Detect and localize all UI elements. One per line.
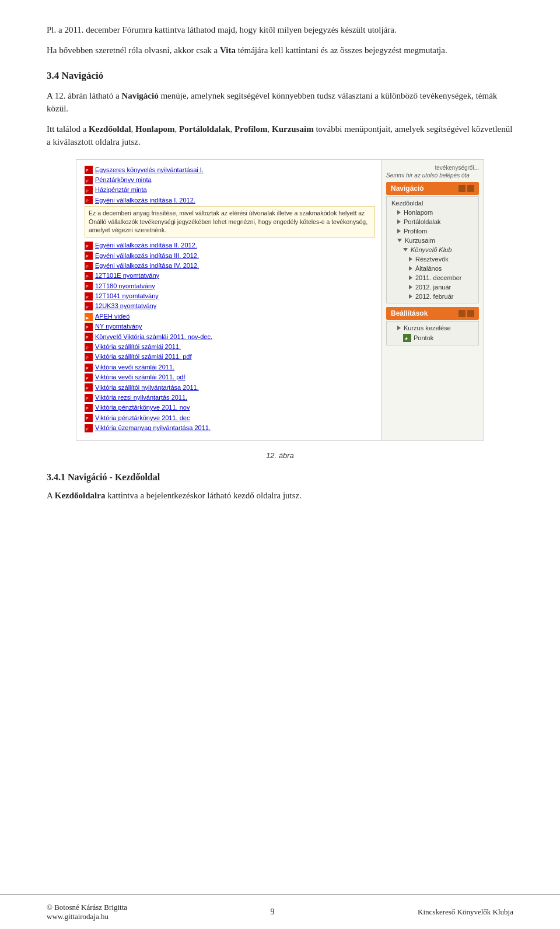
list-item: P12T180 nyomtatvány [85,282,375,291]
paragraph-5: A Kezdőoldalra kattintva a bejelentkezés… [47,489,513,502]
list-item-text: Könyvelő Viktória számlái 2011. nov-dec. [95,333,212,341]
nav-item-label: 2012. február [415,293,453,300]
settings-block-header: Beállítások [386,307,479,320]
svg-text:P: P [86,245,89,249]
list-item: PNY nyomtatvány [85,322,375,331]
pdf-icon: P [85,292,93,301]
list-item-text: Egyéni vállalkozás indítása I. 2012. [95,196,195,205]
list-item: PViktória szállítói számlái 2011. [85,343,375,351]
list-item: PViktória pénztárkönyve 2011. dec [85,414,375,422]
svg-text:P: P [86,386,89,390]
nav-item: 2012. február [387,292,478,301]
list-item-text: Viktória pénztárkönyve 2011. dec [95,414,190,422]
nav-arrow-right-icon [397,229,401,233]
nav-arrow-right-icon [409,257,412,261]
list-item-text: Viktória vevői számlái 2011. pdf [95,373,186,382]
pdf-icon: P [85,272,93,280]
list-item: ▶APEH videó [85,312,375,321]
nav-item-label: Résztvevők [415,256,449,263]
svg-text:P: P [86,356,89,360]
list-item: PViktória vevői számlái 2011. pdf [85,373,375,382]
nav-item-label: Portáloldalak [404,218,441,225]
nav-item: Honlapom [387,208,478,217]
list-item: PViktória szállítói nyilvántartása 2011. [85,383,375,392]
nav-item: Profilom [387,226,478,236]
svg-text:P: P [86,407,89,411]
list-item-text: Pénztárkönyv minta [95,176,152,184]
svg-text:P: P [86,189,89,193]
pdf-icon: P [85,353,93,361]
svg-text:P: P [86,169,89,173]
list-item: PEgyéni vállalkozás indítása II. 2012. [85,241,375,250]
list-item: PEgyéni vállalkozás indítása IV. 2012. [85,261,375,270]
svg-text:P: P [86,265,89,269]
pdf-icon: P [85,282,93,290]
nav-minimize-icon [459,185,466,192]
svg-text:P: P [86,376,89,380]
nav-item: 2012. január [387,282,478,292]
right-semmi-hir: Semmi hír az utolsó belépés óta [386,172,479,179]
pdf-icon: P [85,414,93,422]
list-item-text: Egyéni vállalkozás indítása II. 2012. [95,241,197,250]
list-item-text: Viktória rezsi nyilvántartás 2011. [95,393,187,402]
list-item-text: Házipénztár minta [95,186,147,194]
screenshot-figure-12: PEgyszeres könyvelés nyilvántartásai I.P… [76,159,484,441]
settings-item-label: Pontok [414,334,433,341]
pdf-icon: P [85,373,93,382]
list-item-text: Egyéni vállalkozás indítása III. 2012. [95,252,199,260]
nav-item: Általános [387,264,478,273]
list-item-text: 12UK33 nyomtatvány [95,302,156,310]
settings-item: Kurzus kezelése [387,323,478,333]
footer-page-number: 9 [271,907,275,917]
svg-text:P: P [86,199,89,203]
list-item-text: Viktória szállítói számlái 2011. [95,343,181,351]
svg-text:P: P [86,336,89,340]
list-item-text: Viktória szállítói nyilvántartása 2011. [95,383,199,392]
svg-text:P: P [86,417,89,421]
nav-item-label: Honlapom [404,209,433,216]
nav-item-label: Könyvelő Klub [411,246,452,253]
pdf-icon: P [85,394,93,402]
nav-arrow-down-icon [397,239,402,242]
svg-text:P: P [86,295,89,299]
pdf-icon: P [85,242,93,250]
list-item: P12T101E nyomtatvány [85,271,375,280]
list-item: PKönyvelő Viktória számlái 2011. nov-dec… [85,333,375,341]
list-item: PPénztárkönyv minta [85,176,375,184]
pdf-icon: P [85,343,93,351]
nav-item-label: 2012. január [415,284,451,291]
nav-arrow-right-icon [409,266,412,271]
nav-item: Könyvelő Klub [387,245,478,254]
video-icon: ▶ [85,313,93,321]
svg-text:P: P [86,179,89,183]
settings-minimize-icon [459,310,466,317]
footer-copyright: © Botosné Kárász Brigitta [47,903,127,912]
list-item-text: 12T101E nyomtatvány [95,271,159,280]
paragraph-4: Itt találod a Kezdőoldal, Honlapom, Port… [47,123,513,149]
nav-item-label: 2011. december [415,274,462,281]
list-item-text: 12T1041 nyomtatvány [95,292,159,301]
screenshot-right-panel: tevékenységről... Semmi hír az utolsó be… [382,160,484,440]
nav-item: Résztvevők [387,254,478,264]
list-item: PEgyéni vállalkozás indítása I. 2012. [85,196,375,205]
nav-arrow-right-icon [409,275,412,280]
nav-arrow-right-icon [409,285,412,289]
svg-text:P: P [86,346,89,350]
nav-arrow-right-icon [397,210,401,215]
nav-close-icon [467,185,474,192]
pdf-icon: P [85,333,93,341]
nav-arrow-right-icon [397,219,401,224]
svg-text:P: P [86,275,89,279]
list-item-text: Egyéni vállalkozás indítása IV. 2012. [95,261,199,270]
list-item-text: Viktória pénztárkönyve 2011. nov [95,403,190,412]
svg-text:P: P [86,305,89,309]
footer-left: © Botosné Kárász Brigitta www.gittairoda… [47,903,127,921]
list-item: PViktória pénztárkönyve 2011. nov [85,403,375,412]
subheading-341: 3.4.1 Navigáció - Kezdőoldal [47,470,513,484]
list-item-text: Egyszeres könyvelés nyilvántartásai I. [95,166,204,174]
nav-block-controls [459,185,474,192]
list-item-text: NY nyomtatvány [95,322,142,331]
pdf-icon: P [85,302,93,310]
settings-block-controls [459,310,474,317]
footer-website: www.gittairodaja.hu [47,912,127,921]
